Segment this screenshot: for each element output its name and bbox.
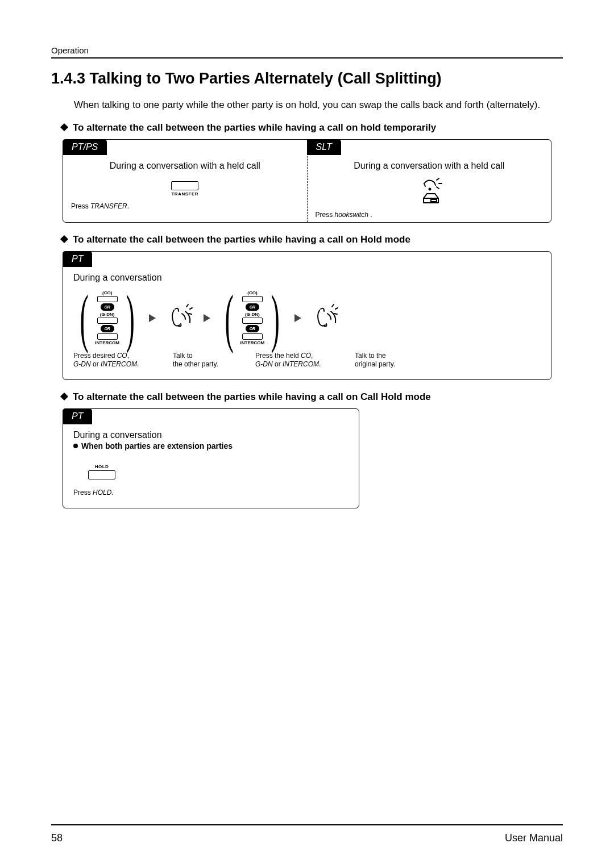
footer-title: User Manual — [505, 832, 563, 844]
arrow-icon — [294, 314, 301, 322]
hookswitch-icon — [414, 178, 445, 207]
or-pill: OR — [101, 303, 114, 311]
during-left: During a conversation with a held call — [110, 155, 260, 176]
diamond-icon — [60, 123, 68, 131]
label-gdn: (G-DN) — [245, 312, 260, 317]
procedure-box-2: PT During a conversation ( (CO) OR (G-DN… — [63, 251, 551, 380]
transfer-key-label: TRANSFER — [171, 191, 198, 197]
transfer-key-icon: TRANSFER — [171, 181, 198, 197]
step1-keys: ( (CO) OR (G-DN) OR INTERCOM ) — [73, 289, 141, 348]
footer-rule — [51, 824, 563, 825]
procedure-box-1: PT/PS During a conversation with a held … — [63, 139, 551, 223]
talk-icon-2 — [309, 302, 341, 334]
co-key-icon — [97, 296, 118, 302]
label-gdn: (G-DN) — [100, 312, 115, 317]
footer: 58 User Manual — [51, 832, 563, 844]
caption-step4: Talk to theoriginal party. — [355, 352, 395, 368]
caption-step2: Talk tothe other party. — [173, 352, 255, 368]
subheading-2-text: To alternate the call between the partie… — [73, 234, 410, 245]
subheading-3-text: To alternate the call between the partie… — [73, 391, 431, 402]
intro-text: When talking to one party while the othe… — [74, 99, 563, 112]
tab-right: SLT — [307, 139, 341, 155]
arrow-icon — [204, 314, 210, 322]
caption1r-post: . — [368, 211, 372, 219]
caption1r-pre: Press — [316, 211, 335, 219]
svg-point-0 — [429, 188, 430, 190]
hold-key-icon: HOLD — [88, 464, 349, 479]
intercom-key-icon — [242, 333, 263, 340]
caption1r-it: hookswitch — [335, 211, 368, 219]
label-intercom: INTERCOM — [95, 340, 119, 345]
caption3-it: HOLD — [93, 489, 111, 496]
gdn-key-icon — [242, 318, 263, 324]
condition-3: When both parties are extension parties — [73, 441, 349, 450]
hold-key-label: HOLD — [95, 464, 109, 469]
during-right: During a conversation with a held call — [354, 155, 504, 176]
or-pill: OR — [101, 325, 114, 332]
box1-right: SLT During a conversation with a held ca… — [308, 140, 551, 222]
subheading-3: To alternate the call between the partie… — [61, 391, 563, 403]
diamond-icon — [60, 235, 68, 243]
tab-pt-3: PT — [63, 408, 92, 424]
caption-step1: Press desired CO, G-DN or INTERCOM. — [73, 352, 173, 368]
header-breadcrumb: Operation — [51, 45, 563, 55]
tab-left: PT/PS — [63, 139, 107, 155]
during-3: During a conversation — [73, 430, 349, 440]
tab-pt: PT — [63, 251, 92, 267]
diamond-icon — [60, 393, 68, 400]
during-2: During a conversation — [73, 273, 541, 283]
subheading-1-text: To alternate the call between the partie… — [73, 122, 436, 133]
caption1-it: TRANSFER — [90, 202, 127, 210]
label-co: (CO) — [247, 290, 257, 295]
svg-rect-1 — [431, 199, 437, 202]
arrow-icon — [149, 314, 156, 322]
intercom-key-icon — [97, 333, 118, 340]
caption3-post: . — [111, 489, 113, 496]
procedure-box-3: PT During a conversation When both parti… — [63, 408, 359, 508]
co-key-icon — [242, 296, 263, 302]
gdn-key-icon — [97, 318, 118, 324]
section-title: 1.4.3 Talking to Two Parties Alternately… — [51, 70, 563, 87]
label-intercom: INTERCOM — [240, 340, 265, 345]
subheading-1: To alternate the call between the partie… — [61, 122, 563, 133]
or-pill: OR — [246, 303, 259, 311]
header-rule — [51, 57, 563, 59]
step3-keys: ( (CO) OR (G-DN) OR INTERCOM ) — [218, 289, 286, 348]
or-pill: OR — [246, 325, 259, 332]
page: Operation 1.4.3 Talking to Two Parties A… — [0, 0, 614, 868]
page-number: 58 — [51, 832, 63, 844]
box1-left: PT/PS During a conversation with a held … — [63, 140, 307, 222]
caption-step3: Press the held CO, G-DN or INTERCOM. — [255, 352, 355, 368]
subheading-2: To alternate the call between the partie… — [61, 234, 563, 245]
label-co: (CO) — [102, 290, 112, 295]
caption3-pre: Press — [73, 489, 93, 496]
bullet-icon — [73, 444, 78, 448]
caption1-post: . — [127, 202, 129, 210]
talk-icon-1 — [164, 302, 196, 334]
caption1-pre: Press — [71, 202, 90, 210]
